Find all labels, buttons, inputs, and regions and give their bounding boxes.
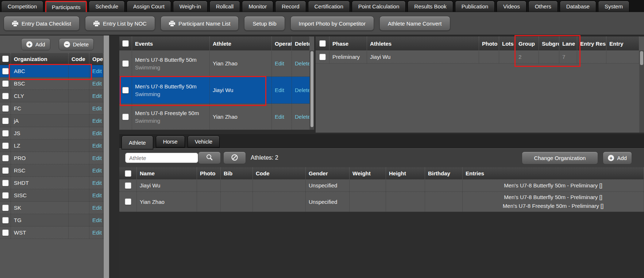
add-organization-button[interactable]: + Add [21,38,50,50]
event-row[interactable]: Men's U7-8 Freestyle 50m Swimming Yian Z… [119,104,310,130]
edit-link[interactable]: Edit [275,87,284,93]
import-photo-by-competitor-button[interactable]: Import Photo by Competitor [290,16,374,31]
participant-name-list-button[interactable]: Participant Name List [161,16,239,31]
tab-monitor[interactable]: Monitor [242,1,273,12]
tab-system[interactable]: System [598,1,629,12]
edit-link[interactable]: Edit [92,105,102,111]
scrollbar-thumb[interactable] [640,51,643,65]
edit-link[interactable]: Edit [92,180,102,186]
select-all-checkbox[interactable] [319,40,326,47]
edit-link[interactable]: Edit [92,142,102,149]
row-checkbox[interactable] [2,68,9,75]
org-row-pro[interactable]: PRO Edit [0,152,103,164]
edit-link[interactable]: Edit [92,217,102,223]
tab-results-book[interactable]: Results Book [408,1,453,12]
row-checkbox[interactable] [2,229,9,236]
row-checkbox[interactable] [2,167,9,174]
edit-link[interactable]: Edit [92,229,102,236]
event-row-selected[interactable]: Men's U7-8 Butterfly 50m Swimming Jiayi … [119,77,310,104]
row-checkbox[interactable] [122,60,129,67]
row-checkbox[interactable] [122,114,129,120]
org-row-fc[interactable]: FC Edit [0,102,103,115]
row-checkbox[interactable] [125,198,131,205]
org-row-cly[interactable]: CLY Edit [0,90,103,102]
tab-point-calculation[interactable]: Point Calculation [352,1,406,12]
row-checkbox[interactable] [2,130,9,137]
tab-horse[interactable]: Horse [156,136,185,148]
row-checkbox[interactable] [2,118,9,124]
delete-organization-button[interactable]: − Delete [59,38,94,50]
events-scrollbar[interactable] [310,50,314,130]
delete-link[interactable]: Delete [295,87,310,93]
org-row-shdt[interactable]: SHDT Edit [0,177,103,189]
tab-schedule[interactable]: Schedule [89,1,125,12]
row-checkbox[interactable] [2,93,9,99]
org-row-bsc[interactable]: BSC Edit [0,77,103,90]
change-organization-button[interactable]: Change Organization [522,152,598,164]
edit-link[interactable]: Edit [92,130,102,136]
phase-row[interactable]: Preliminary Jiayi Wu 2 7 [316,50,639,64]
tab-database[interactable]: Database [560,1,596,12]
edit-link[interactable]: Edit [275,114,284,120]
tab-assign-court[interactable]: Assign Court [127,1,171,12]
row-checkbox[interactable] [2,142,9,149]
edit-link[interactable]: Edit [92,192,102,198]
tab-competition[interactable]: Competition [1,1,43,12]
row-checkbox[interactable] [122,87,129,94]
tab-others[interactable]: Others [528,1,558,12]
edit-link[interactable]: Edit [92,93,102,99]
athlete-row[interactable]: Jiayi Wu Unspecified Men's U7-8 Butterfl… [119,179,644,192]
select-all-checkbox[interactable] [122,40,129,47]
tab-certification[interactable]: Certification [308,1,350,12]
event-row[interactable]: Men's U7-8 Butterfly 50m Swimming Yian Z… [119,50,310,77]
row-checkbox[interactable] [2,180,9,186]
entry-data-checklist-button[interactable]: Entry Data Checklist [4,16,80,31]
select-all-checkbox[interactable] [125,170,131,177]
delete-link[interactable]: Delete [295,114,310,120]
edit-link[interactable]: Edit [92,118,102,124]
org-row-js[interactable]: JS Edit [0,127,103,140]
scrollbar-thumb[interactable] [311,51,313,127]
edit-link[interactable]: Edit [92,68,102,74]
org-row-rsc[interactable]: RSC Edit [0,164,103,177]
athlete-search-input[interactable] [125,153,198,163]
entry-list-by-noc-button[interactable]: Entry List by NOC [85,16,155,31]
org-row-abc[interactable]: ABC Edit [0,65,103,77]
tab-athlete[interactable]: Athlete [122,136,153,149]
row-checkbox[interactable] [125,182,131,189]
tab-rollcall[interactable]: Rollcall [209,1,240,12]
edit-link[interactable]: Edit [275,60,284,66]
row-checkbox[interactable] [2,80,9,87]
org-row-wst[interactable]: WST Edit [0,226,103,239]
athlete-row[interactable]: Yian Zhao Unspecified Men's U7-8 Butterf… [119,192,644,212]
row-checkbox[interactable] [2,105,9,112]
tab-weigh-in[interactable]: Weigh-in [173,1,208,12]
org-row-tg[interactable]: TG Edit [0,214,103,226]
tab-publication[interactable]: Publication [455,1,495,12]
row-checkbox[interactable] [2,192,9,199]
edit-link[interactable]: Edit [92,205,102,211]
add-athlete-button[interactable]: + Add [603,152,632,164]
edit-link[interactable]: Edit [92,167,102,174]
tab-participants[interactable]: Participants [45,1,87,12]
clear-search-button[interactable] [223,152,246,164]
phase-scrollbar[interactable] [639,50,644,133]
athlete-name-convert-button[interactable]: Athlete Name Convert [379,16,450,31]
setup-bib-button[interactable]: Setup Bib [244,16,285,31]
search-button[interactable] [198,152,221,164]
organization-scrollbar[interactable] [103,35,109,278]
org-row-sisc[interactable]: SISC Edit [0,189,103,202]
row-checkbox[interactable] [2,217,9,224]
tab-record[interactable]: Record [275,1,306,12]
edit-link[interactable]: Edit [92,155,102,161]
row-checkbox[interactable] [2,155,9,161]
tab-vehicle[interactable]: Vehicle [188,136,220,148]
edit-link[interactable]: Edit [92,80,102,87]
delete-link[interactable]: Delete [295,60,310,66]
org-row-lz[interactable]: LZ Edit [0,140,103,152]
org-row-ja[interactable]: jA Edit [0,115,103,127]
row-checkbox[interactable] [319,54,326,60]
select-all-checkbox[interactable] [2,56,9,62]
org-row-sk[interactable]: SK Edit [0,202,103,214]
tab-videos[interactable]: Videos [497,1,527,12]
